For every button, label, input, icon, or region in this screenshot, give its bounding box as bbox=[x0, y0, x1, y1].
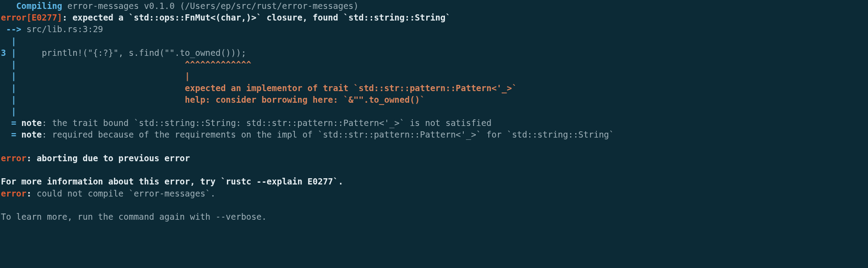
source-line: println!("{:?}", s.find("".to_owned())); bbox=[16, 48, 246, 58]
loc-path: src/lib.rs:3:29 bbox=[26, 24, 103, 34]
compiling-rest: error-messages v0.1.0 (/Users/ep/src/rus… bbox=[62, 1, 358, 11]
error-sep: : bbox=[62, 13, 72, 22]
help-lead: | bbox=[1, 95, 185, 105]
pipe-lead: | bbox=[1, 71, 185, 81]
error-msg: expected a `std::ops::FnMut<(char,)>` cl… bbox=[72, 13, 450, 22]
note-lead: = bbox=[1, 130, 21, 139]
pipe-icon: | bbox=[185, 71, 190, 81]
help-label: help bbox=[185, 95, 205, 105]
compiling-pad bbox=[1, 1, 16, 11]
learn-more: To learn more, run the command again wit… bbox=[1, 212, 267, 222]
caret-lead: | bbox=[1, 59, 185, 69]
compiling-label: Compiling bbox=[16, 1, 62, 11]
fail-label: error bbox=[1, 188, 26, 198]
note-lead: = bbox=[1, 118, 21, 128]
abort-label: error bbox=[1, 153, 26, 163]
abort-text: : aborting due to previous error bbox=[26, 153, 190, 163]
note-label: note bbox=[21, 118, 42, 128]
fail-sep: : bbox=[26, 188, 37, 198]
line-num: 3 bbox=[1, 48, 11, 58]
error-code: error[E0277] bbox=[1, 13, 62, 22]
note-text: : the trait bound `std::string::String: … bbox=[42, 118, 492, 128]
expl-lead: | bbox=[1, 83, 185, 93]
gutter-pipe: | bbox=[11, 48, 16, 58]
fail-text: could not compile `error-messages`. bbox=[37, 188, 215, 198]
note-label: note bbox=[21, 130, 42, 139]
expl-text: expected an implementor of trait `std::s… bbox=[185, 83, 517, 93]
gutter-pipe: | bbox=[1, 106, 16, 116]
caret-icon: ^^^^^^^^^^^^^ bbox=[185, 59, 252, 69]
terminal-output: Compiling error-messages v0.1.0 (/Users/… bbox=[0, 0, 868, 222]
help-text: : consider borrowing here: `&"".to_owned… bbox=[205, 95, 425, 105]
more-info: For more information about this error, t… bbox=[1, 176, 343, 186]
gutter-pipe: | bbox=[1, 36, 16, 46]
note-text: : required because of the requirements o… bbox=[42, 130, 614, 139]
loc-arrow: --> bbox=[1, 24, 26, 34]
